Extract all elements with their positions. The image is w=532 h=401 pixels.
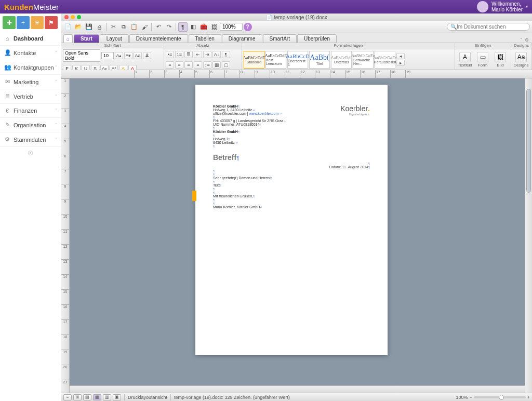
style-titel[interactable]: AaBb(Titel [309, 51, 330, 69]
quick-btn-2[interactable]: + [17, 16, 30, 29]
zoom-slider[interactable] [474, 396, 526, 398]
borders-icon[interactable]: ▢ [222, 61, 230, 69]
shading-icon[interactable]: ▦ [212, 61, 221, 69]
redo-icon[interactable]: ↷ [164, 22, 174, 32]
ribbon-tab-tabellen[interactable]: Tabellen [189, 34, 221, 43]
copy-icon[interactable]: ⧉ [119, 22, 128, 32]
justify-icon[interactable]: ≡ [194, 61, 202, 69]
chevron-down-icon: ˅ [55, 137, 58, 142]
line-spacing-icon[interactable]: ↕≡ [203, 61, 211, 69]
quick-btn-1[interactable]: ✚ [3, 16, 16, 29]
sort-icon[interactable]: A↓ [212, 51, 221, 58]
style--berschrift-1[interactable]: AaBbCcDÜberschrift 1 [287, 51, 308, 69]
header-website[interactable]: www.koerbler.com [249, 112, 279, 115]
undo-icon[interactable]: ↶ [154, 22, 163, 32]
new-doc-icon[interactable]: 📄 [63, 22, 73, 32]
search-box[interactable]: 🔍 [447, 23, 530, 31]
show-marks-icon[interactable]: ¶ [178, 22, 188, 32]
font-name-select[interactable]: Open Sans Bold [63, 49, 100, 62]
ribbon-tab-diagramme[interactable]: Diagramme [222, 34, 262, 43]
designs-button[interactable]: AaDesigns [513, 52, 529, 68]
gallery-icon[interactable]: 🖼 [209, 22, 219, 32]
multilevel-icon[interactable]: ≣ [184, 51, 193, 58]
nav-item-organisation[interactable]: ✎Organisation˅ [0, 118, 61, 132]
ribbon-tab-dokumentelemente[interactable]: Dokumentelemente [129, 34, 188, 43]
view-publish-icon[interactable]: ▤ [83, 394, 91, 400]
save-icon[interactable]: 💾 [84, 22, 94, 32]
nav-item-stammdaten[interactable]: ⚙Stammdaten˅ [0, 132, 61, 147]
ribbon-tab-start[interactable]: Start [74, 34, 99, 43]
style-standard[interactable]: AaBbCcDdEStandard [244, 51, 264, 69]
styles-prev-icon[interactable]: ◂ [396, 53, 405, 59]
toolbox-icon[interactable]: 🧰 [199, 22, 208, 32]
horizontal-ruler[interactable]: 12345678910111213141516171819 [61, 70, 532, 78]
insert-bild[interactable]: 🖼Bild [492, 52, 509, 68]
align-left-icon[interactable]: ≡ [166, 61, 174, 69]
align-center-icon[interactable]: ≡ [175, 61, 183, 69]
zoom-in-icon[interactable]: + [527, 395, 530, 400]
user-menu[interactable]: Willkommen, Mario Körbler ▾ [477, 1, 528, 12]
align-right-icon[interactable]: ≡ [184, 61, 193, 69]
font-size-select[interactable]: 10 [101, 52, 114, 59]
style-kein-leerraum[interactable]: AaBbCcDdEKein Leerraum [265, 51, 286, 69]
traffic-lights[interactable] [61, 15, 81, 19]
view-draft-icon[interactable]: ≡ [63, 394, 72, 400]
collapse-ribbon-icon[interactable]: ˄ [520, 37, 523, 43]
style-herausstellen[interactable]: AaBbCcDdEeHerausstellen [375, 51, 395, 69]
style-schwache-her-[interactable]: AaBbCcDdEeSchwache Her... [353, 51, 374, 69]
indent-icon[interactable]: ⇥ [203, 51, 211, 58]
minimize-icon[interactable] [71, 15, 75, 19]
paste-icon[interactable]: 📋 [129, 22, 139, 32]
zoom-selector[interactable]: 100% [220, 23, 243, 31]
styles-next-icon[interactable]: ▸ [396, 60, 405, 66]
signature: Mario Körbler, Körbler GmbH [213, 205, 260, 209]
open-icon[interactable]: 📂 [74, 22, 83, 32]
view-print-icon[interactable]: ▦ [93, 394, 101, 400]
document-page[interactable]: Körbler GmbH¶ Hofweg 1, 8430 Leibnitz ↵ … [195, 85, 388, 355]
zoom-value: 100% [456, 395, 468, 400]
case-icon[interactable]: Aa [134, 52, 142, 59]
ribbon-tab-überprüfen[interactable]: Überprüfen [297, 34, 337, 43]
ribbon-tab-smartart[interactable]: SmartArt [263, 34, 297, 43]
help-icon[interactable]: ? [244, 23, 252, 31]
bullets-icon[interactable]: •≡ [166, 51, 174, 58]
nav-icon: € [4, 108, 10, 114]
nav-item-dashboard[interactable]: ⌂Dashboard [0, 32, 61, 46]
home-icon-tab[interactable]: ⌂ [63, 34, 73, 43]
zoom-out-icon[interactable]: − [469, 395, 472, 400]
numbering-icon[interactable]: 1≡ [175, 51, 183, 58]
ribbon-tab-layout[interactable]: Layout [100, 34, 129, 43]
view-notebook-icon[interactable]: ▥ [103, 394, 111, 400]
grow-font-icon[interactable]: A▴ [115, 52, 123, 59]
nav-item-finanzen[interactable]: €Finanzen˅ [0, 104, 61, 118]
vertical-scrollbar[interactable] [525, 78, 532, 393]
search-input[interactable] [457, 24, 526, 30]
sidebar-toggle-icon[interactable]: ◧ [189, 22, 198, 32]
para-group-title: Absatz [164, 43, 242, 49]
quick-actions: ✚ + ☀ ⚑ [0, 14, 61, 32]
nav-item-vertrieb[interactable]: ≣Vertrieb˅ [0, 89, 61, 104]
print-icon[interactable]: 🖨 [95, 22, 104, 32]
outdent-icon[interactable]: ⇤ [194, 51, 202, 58]
nav-item-marketing[interactable]: ✉Marketing˅ [0, 75, 61, 89]
view-outline-icon[interactable]: ⊞ [73, 394, 82, 400]
collapse-icon[interactable]: ⦿ [0, 147, 61, 159]
shrink-font-icon[interactable]: A▾ [124, 52, 132, 59]
ribbon-options-icon[interactable]: ⚙ [525, 37, 529, 43]
style-untertitel[interactable]: AaBbCcDdIUntertitel [331, 51, 352, 69]
horizontal-scrollbar[interactable] [70, 385, 525, 393]
quick-btn-3[interactable]: ☀ [31, 16, 44, 29]
nav-item-kontaktgruppen[interactable]: 👥Kontaktgruppen˅ [0, 60, 61, 75]
insert-form[interactable]: ▭Form [474, 52, 491, 68]
cut-icon[interactable]: ✂ [109, 22, 118, 32]
view-fullscreen-icon[interactable]: ▣ [113, 394, 121, 400]
maximize-icon[interactable] [77, 15, 81, 19]
close-icon[interactable] [64, 15, 69, 19]
format-painter-icon[interactable]: 🖌 [140, 22, 149, 32]
insert-textfeld[interactable]: ATextfeld [457, 52, 473, 68]
clear-format-icon[interactable]: A̷ [143, 52, 151, 59]
nav-item-kontakte[interactable]: 👤Kontakte˅ [0, 46, 61, 60]
quick-btn-4[interactable]: ⚑ [45, 16, 58, 29]
show-para-icon[interactable]: ¶ [222, 51, 230, 58]
vertical-ruler[interactable]: 12345678910111213141516171819202122 [61, 78, 70, 393]
